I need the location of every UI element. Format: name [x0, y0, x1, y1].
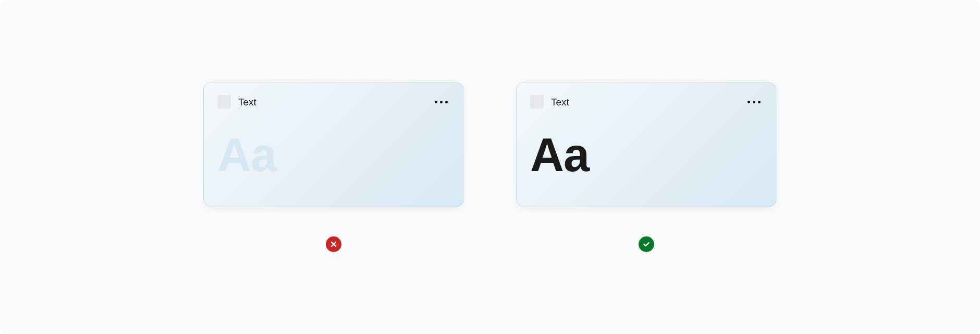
- sample-text-high-contrast: Aa: [530, 134, 589, 176]
- sample-text-low-contrast: Aa: [217, 134, 276, 176]
- check-icon: [642, 240, 651, 248]
- example-do: Text Aa: [516, 82, 777, 252]
- card-body: Aa: [530, 109, 763, 196]
- ellipsis-dot-icon: [758, 101, 761, 103]
- card-title: Text: [238, 97, 425, 107]
- card-header: Text: [217, 95, 450, 109]
- card-thumbnail: [530, 95, 544, 109]
- status-badge-do: [639, 236, 654, 252]
- ellipsis-dot-icon: [435, 101, 437, 103]
- status-badge-dont: [326, 236, 341, 252]
- example-dont: Text Aa: [203, 82, 464, 252]
- comparison-canvas: Text Aa Text: [0, 0, 980, 334]
- more-options-button[interactable]: [433, 99, 450, 105]
- card-body: Aa: [217, 109, 450, 196]
- card-header: Text: [530, 95, 763, 109]
- card-thumbnail: [217, 95, 231, 109]
- ellipsis-dot-icon: [440, 101, 443, 103]
- ellipsis-dot-icon: [748, 101, 750, 103]
- ellipsis-dot-icon: [445, 101, 448, 103]
- more-options-button[interactable]: [745, 99, 763, 105]
- card-dont: Text Aa: [203, 82, 464, 207]
- card-do: Text Aa: [516, 82, 777, 207]
- x-icon: [330, 241, 337, 248]
- ellipsis-dot-icon: [753, 101, 755, 103]
- card-title: Text: [551, 97, 738, 107]
